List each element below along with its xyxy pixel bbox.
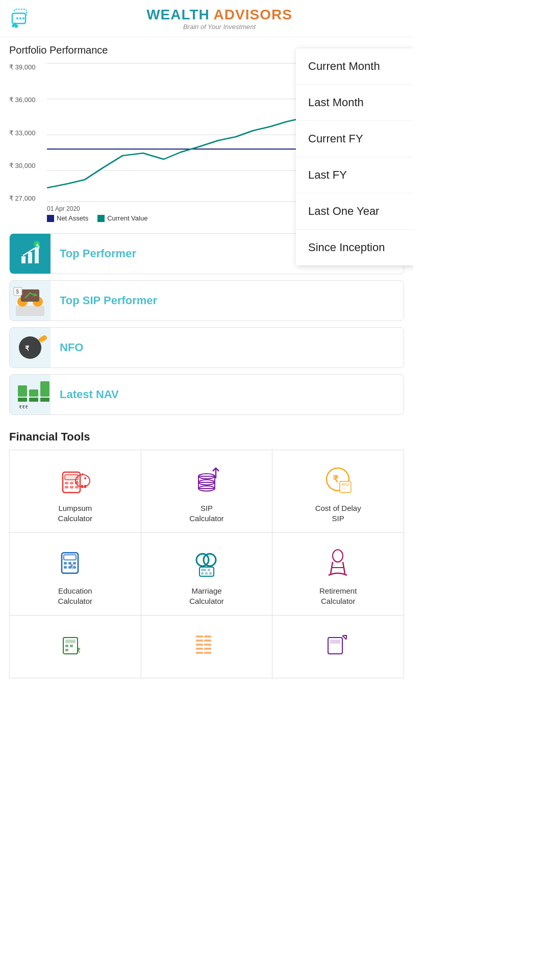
svg-rect-50 [84, 485, 86, 488]
legend-net-assets-box [47, 215, 54, 222]
financial-tools-title: Financial Tools [9, 430, 404, 444]
dropdown-item-last-one-year[interactable]: Last One Year [296, 193, 413, 230]
svg-text:₹: ₹ [333, 474, 339, 484]
education-icon: ₹ [57, 544, 93, 580]
sip-calculator-cell[interactable]: SIPCalculator [141, 450, 273, 532]
svg-text:+  -: + - [342, 483, 345, 486]
marriage-calculator-cell[interactable]: MarriageCalculator [141, 533, 273, 615]
phone-chat-icon [9, 6, 34, 31]
lumpsum-calculator-cell[interactable]: LumpsumCalculator [10, 450, 141, 532]
lumpsum-icon [57, 461, 93, 497]
latest-nav-card[interactable]: ₹₹₹ Latest NAV [9, 374, 404, 415]
svg-text:₹: ₹ [25, 345, 30, 352]
tools-row-1: LumpsumCalculator SIP [10, 450, 404, 533]
dropdown-item-since-inception[interactable]: Since Inception [296, 230, 413, 265]
svg-point-1 [16, 17, 18, 19]
svg-rect-99 [196, 652, 203, 654]
svg-point-73 [196, 554, 209, 566]
svg-rect-30 [18, 385, 27, 397]
nfo-icon: ₹ [10, 327, 51, 368]
tool7-cell[interactable]: ₹ [10, 616, 141, 678]
svg-rect-13 [35, 248, 39, 263]
cost-delay-sip-cell[interactable]: ₹ + - × ÷ Cost of DelaySIP [272, 450, 404, 532]
tool9-cell[interactable] [272, 616, 404, 678]
svg-rect-93 [196, 640, 203, 642]
svg-rect-76 [201, 569, 206, 571]
legend-current-value-box [97, 215, 105, 222]
svg-rect-65 [64, 555, 76, 560]
svg-rect-100 [204, 652, 211, 654]
tools-row-2: ₹ EducationCalculator [10, 533, 404, 616]
svg-rect-102 [330, 640, 340, 644]
dropdown-item-current-fy[interactable]: Current FY [296, 121, 413, 157]
svg-rect-11 [21, 256, 26, 263]
cost-delay-icon: ₹ + - × ÷ [320, 461, 356, 497]
svg-rect-88 [70, 645, 73, 647]
retirement-calc-label: RetirementCalculator [319, 586, 357, 606]
sip-calc-icon [189, 461, 224, 497]
svg-rect-45 [75, 486, 79, 488]
svg-point-74 [204, 554, 216, 566]
y-label-1: ₹ 39,000 [9, 63, 35, 71]
top-performer-icon: ▲ [10, 233, 51, 274]
cost-delay-sip-label: Cost of DelaySIP [315, 503, 361, 523]
svg-text:×  ÷: × ÷ [342, 486, 345, 489]
svg-rect-18 [16, 306, 44, 316]
svg-point-3 [22, 17, 24, 19]
svg-rect-44 [70, 486, 73, 488]
education-calculator-cell[interactable]: ₹ EducationCalculator [10, 533, 141, 615]
svg-rect-94 [204, 640, 211, 642]
svg-rect-66 [64, 562, 67, 565]
legend-current-value: Current Value [97, 214, 147, 222]
tools-grid: LumpsumCalculator SIP [9, 450, 404, 678]
svg-rect-80 [209, 572, 212, 575]
dropdown-item-current-month[interactable]: Current Month [296, 48, 413, 85]
brand-tagline: Brain of Your Investment [35, 23, 404, 31]
top-sip-performer-card[interactable]: $ Top SIP Performer [9, 280, 404, 321]
svg-text:$: $ [16, 288, 19, 295]
phone-chat-button[interactable] [9, 6, 35, 31]
svg-point-47 [84, 477, 86, 479]
svg-rect-78 [201, 572, 204, 575]
financial-tools-section: Financial Tools [0, 421, 413, 678]
svg-line-103 [342, 635, 346, 640]
tool8-icon [189, 627, 224, 663]
svg-rect-12 [28, 252, 32, 263]
marriage-calc-label: MarriageCalculator [189, 586, 224, 606]
dropdown-item-last-month[interactable]: Last Month [296, 85, 413, 121]
svg-text:₹: ₹ [77, 647, 81, 654]
nfo-card[interactable]: ₹ NFO [9, 327, 404, 368]
svg-rect-86 [65, 640, 76, 643]
svg-rect-95 [196, 644, 203, 646]
tools-row-3: ₹ [10, 616, 404, 678]
retirement-calculator-cell[interactable]: RetirementCalculator [272, 533, 404, 615]
top-sip-performer-label: Top SIP Performer [51, 294, 166, 307]
top-performer-label: Top Performer [51, 247, 145, 260]
sip-calc-label: SIPCalculator [189, 503, 224, 523]
legend-net-assets: Net Assets [47, 214, 88, 222]
svg-rect-77 [208, 569, 210, 571]
tool8-cell[interactable] [141, 616, 273, 678]
svg-text:₹: ₹ [70, 564, 73, 570]
nfo-label: NFO [51, 341, 92, 354]
svg-point-26 [19, 336, 41, 359]
education-calc-label: EducationCalculator [58, 586, 93, 606]
dropdown-item-last-fy[interactable]: Last FY [296, 157, 413, 193]
svg-rect-31 [18, 398, 27, 402]
svg-rect-87 [65, 645, 68, 647]
y-label-3: ₹ 33,000 [9, 129, 35, 137]
svg-rect-69 [64, 566, 67, 569]
svg-rect-75 [199, 567, 214, 576]
latest-nav-icon: ₹₹₹ [10, 374, 51, 415]
svg-rect-97 [196, 648, 203, 650]
marriage-icon [189, 544, 224, 580]
y-label-4: ₹ 30,000 [9, 162, 35, 169]
legend-current-value-label: Current Value [107, 214, 147, 222]
svg-rect-32 [29, 389, 38, 397]
brand-logo: WEALTH ADVISORS Brain of Your Investment [35, 7, 404, 31]
period-dropdown: Current Month Last Month Current FY Last… [296, 48, 413, 265]
header: WEALTH ADVISORS Brain of Your Investment [0, 0, 413, 37]
svg-rect-96 [204, 644, 211, 646]
tool7-icon: ₹ [57, 627, 93, 663]
brand-name: WEALTH ADVISORS [35, 7, 404, 23]
